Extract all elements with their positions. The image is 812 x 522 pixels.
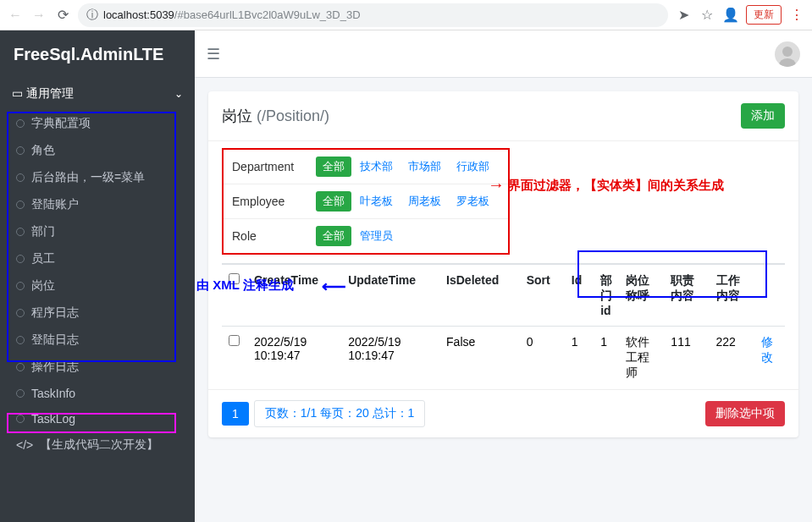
sidebar-header-label: 通用管理 [26, 86, 74, 100]
cell: 软件工程师 [619, 327, 664, 390]
url-path: /#base64urlL1Bvc2l0aW9uLw_3D_3D [174, 8, 361, 21]
filter-option[interactable]: 市场部 [401, 157, 448, 177]
column-header: UpdateTime [341, 264, 439, 327]
sidebar-item-6[interactable]: 岗位 [0, 272, 195, 299]
sidebar-item-4[interactable]: 部门 [0, 218, 195, 245]
circle-icon [16, 228, 25, 236]
pagination: 1 页数：1/1 每页：20 总计：1 [222, 400, 425, 427]
circle-icon [16, 336, 25, 344]
sidebar-item-3[interactable]: 登陆账户 [0, 191, 195, 218]
avatar[interactable] [775, 41, 800, 67]
sidebar-item-9[interactable]: 操作日志 [0, 354, 195, 381]
sidebar-section-header[interactable]: ▭ 通用管理 ⌄ [0, 78, 195, 110]
sidebar-item-label: 后台路由，一级=菜单 [31, 170, 145, 185]
data-table: CreateTimeUpdateTimeIsDeletedSortId部门id岗… [222, 263, 785, 389]
sidebar-item-label: 角色 [31, 143, 55, 158]
brand[interactable]: FreeSql.AdminLTE [0, 30, 195, 78]
table-row: 2022/5/1910:19:472022/5/1910:19:47False0… [222, 327, 785, 390]
column-header: 岗位称呼 [619, 264, 664, 327]
cell: False [439, 327, 520, 390]
topnav: FreeSql.AdminLTE ☰ [0, 30, 812, 78]
row-checkbox[interactable] [229, 335, 240, 346]
send-icon[interactable]: ➤ [675, 7, 692, 23]
filter-option[interactable]: 技术部 [353, 157, 400, 177]
annotation-red-text: 界面过滤器，【实体类】间的关系生成 [508, 178, 724, 194]
circle-icon [16, 389, 25, 398]
circle-icon [16, 119, 25, 128]
sidebar-item-label: 员工 [31, 251, 55, 266]
column-header: Id [565, 264, 594, 327]
circle-icon [16, 415, 25, 423]
svg-point-1 [779, 58, 796, 67]
annotation-blue-text: 由 XML 注释生成 [196, 277, 294, 294]
code-icon: </> [16, 438, 33, 452]
sidebar-item-label: 岗位 [31, 278, 55, 294]
info-icon: ⓘ [86, 8, 98, 23]
sidebar-item-1[interactable]: 角色 [0, 137, 195, 164]
sidebar-item-codegen[interactable]: </> 【生成代码二次开发】 [0, 431, 195, 459]
delete-selected-button[interactable]: 删除选中项 [705, 401, 785, 426]
filter-label: Role [223, 219, 307, 255]
url-host: localhost:5039 [103, 8, 174, 21]
filter-panel: Department全部技术部市场部行政部Employee全部叶老板周老板罗老板… [222, 148, 510, 255]
column-header: 职责内容 [664, 264, 709, 327]
sidebar-item-11[interactable]: TaskLog [0, 406, 195, 431]
sidebar-item-2[interactable]: 后台路由，一级=菜单 [0, 164, 195, 191]
sidebar-item-8[interactable]: 登陆日志 [0, 327, 195, 354]
filter-all[interactable]: 全部 [316, 157, 351, 177]
back-icon[interactable]: ← [7, 8, 24, 23]
filter-all[interactable]: 全部 [316, 191, 351, 212]
circle-icon [16, 309, 25, 317]
sidebar-item-label: 登陆账户 [31, 197, 79, 212]
sidebar-item-label: TaskInfo [31, 387, 75, 400]
add-button[interactable]: 添加 [741, 103, 785, 129]
column-header: Sort [520, 264, 565, 327]
sidebar-item-5[interactable]: 员工 [0, 245, 195, 272]
filter-all[interactable]: 全部 [316, 226, 351, 246]
circle-icon [16, 282, 25, 290]
cell: 222 [710, 327, 754, 390]
page-info: 页数：1/1 每页：20 总计：1 [254, 400, 426, 427]
annotation-arrow-red: → [488, 175, 505, 195]
page-current[interactable]: 1 [222, 402, 249, 426]
forward-icon[interactable]: → [30, 8, 47, 23]
edit-link[interactable]: 修改 [761, 335, 773, 364]
update-button[interactable]: 更新 [746, 5, 782, 25]
menu-icon[interactable]: ⋮ [788, 7, 805, 23]
star-icon[interactable]: ☆ [699, 7, 715, 23]
sidebar-codegen-label: 【生成代码二次开发】 [40, 437, 158, 453]
reload-icon[interactable]: ⟳ [54, 7, 71, 23]
content: 岗位 (/Position/) 添加 Department全部技术部市场部行政部… [195, 78, 812, 522]
cell: 2022/5/1910:19:47 [247, 327, 341, 390]
laptop-icon: ▭ [12, 86, 23, 100]
circle-icon [16, 363, 25, 371]
chevron-down-icon: ⌄ [174, 88, 183, 100]
cell: 2022/5/1910:19:47 [341, 327, 439, 390]
column-header: IsDeleted [439, 264, 520, 327]
column-header: 工作内容 [710, 264, 754, 327]
hamburger-icon[interactable]: ☰ [207, 45, 220, 63]
sidebar-item-7[interactable]: 程序日志 [0, 299, 195, 327]
sidebar-item-label: 操作日志 [31, 360, 79, 375]
filter-option[interactable]: 行政部 [450, 157, 496, 177]
cell: 0 [520, 327, 565, 390]
cell: 111 [664, 327, 709, 390]
circle-icon [16, 173, 25, 182]
column-header [754, 264, 785, 327]
cell: 1 [565, 327, 594, 390]
profile-icon[interactable]: 👤 [722, 7, 739, 23]
filter-option[interactable]: 叶老板 [353, 191, 400, 212]
card: 岗位 (/Position/) 添加 Department全部技术部市场部行政部… [208, 91, 798, 437]
filter-option[interactable]: 管理员 [353, 226, 400, 246]
sidebar-item-10[interactable]: TaskInfo [0, 381, 195, 406]
filter-label: Department [223, 149, 307, 184]
svg-point-0 [782, 47, 793, 57]
filter-option[interactable]: 周老板 [401, 191, 448, 212]
sidebar-item-label: 字典配置项 [31, 116, 91, 131]
sidebar-item-label: 部门 [31, 224, 55, 239]
sidebar: ▭ 通用管理 ⌄ 字典配置项角色后台路由，一级=菜单登陆账户部门员工岗位程序日志… [0, 78, 195, 522]
url-bar[interactable]: ⓘ localhost:5039/#base64urlL1Bvc2l0aW9uL… [78, 3, 668, 27]
circle-icon [16, 255, 25, 263]
sidebar-item-0[interactable]: 字典配置项 [0, 110, 195, 137]
filter-label: Employee [223, 184, 307, 219]
